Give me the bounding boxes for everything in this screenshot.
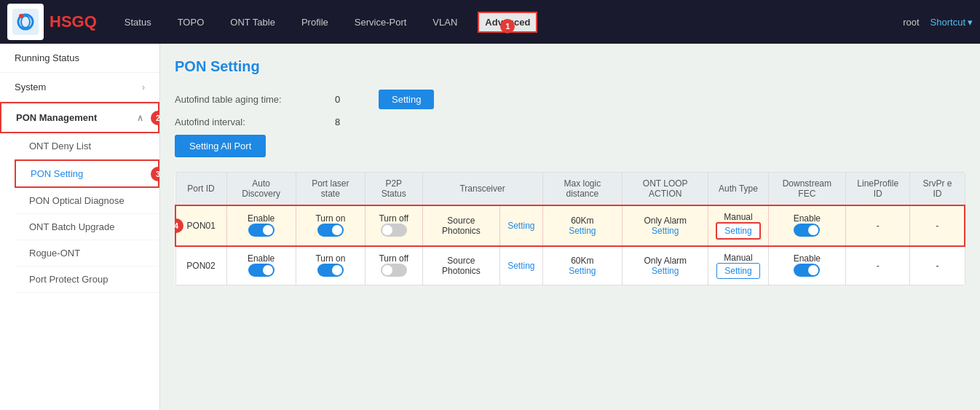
sidebar-item-pon-setting[interactable]: PON Setting 3	[15, 159, 159, 188]
auto-disc-toggle[interactable]	[248, 224, 274, 237]
page-title: PON Setting	[175, 58, 965, 75]
svg-point-2	[19, 14, 23, 18]
max-logic-link[interactable]: Setting	[569, 266, 596, 276]
cell-auto-disc: Enable	[226, 246, 296, 285]
logo-area: HSGQ	[7, 4, 97, 40]
nav-shortcut[interactable]: Shortcut ▾	[930, 17, 973, 28]
nav-vlan[interactable]: VLAN	[427, 13, 463, 31]
auth-type-setting-button[interactable]: Setting	[716, 263, 759, 279]
logo-text: HSGQ	[50, 12, 97, 31]
setting-all-port-button[interactable]: Setting All Port	[175, 135, 266, 157]
cell-transceiver-name: Source Photonics	[422, 205, 500, 246]
nav-profile[interactable]: Profile	[296, 13, 334, 31]
auth-type-setting-button[interactable]: Setting	[716, 222, 760, 240]
cell-port-laser: Turn on	[296, 246, 365, 285]
nav-ont-table[interactable]: ONT Table	[224, 13, 281, 31]
col-p2p: P2P Status	[365, 173, 422, 206]
nav-user: root	[903, 17, 919, 28]
cell-max-logic: 60Km Setting	[542, 246, 623, 285]
col-auto-disc: Auto Discovery	[226, 173, 296, 206]
cell-p2p: Turn off	[365, 246, 422, 285]
auto-disc-toggle[interactable]	[248, 264, 274, 277]
col-srvpr: SrvPr e ID	[910, 173, 965, 206]
sidebar-item-system[interactable]: System ›	[0, 73, 159, 102]
cell-auth-type: Manual Setting	[708, 205, 768, 246]
downstream-toggle[interactable]	[794, 224, 820, 237]
cell-transceiver-setting: Setting	[500, 246, 542, 285]
autofind-aging-row: Autofind table aging time: 0 Setting	[175, 90, 965, 109]
autofind-interval-value: 8	[335, 117, 364, 127]
port-laser-toggle[interactable]	[317, 264, 344, 277]
table-header-row: Port ID Auto Discovery Port laser state …	[175, 173, 965, 206]
port-laser-toggle[interactable]	[317, 224, 344, 237]
sidebar-item-pon-management[interactable]: PON Management ∧ 2	[0, 102, 159, 133]
col-auth-type: Auth Type	[708, 173, 768, 206]
logo-icon	[7, 4, 44, 40]
cell-ont-loop: Only Alarm Setting	[623, 246, 708, 285]
cell-auto-disc: Enable	[226, 205, 296, 246]
cell-downstream: Enable	[768, 205, 845, 246]
nav-advanced-wrapper: Advanced 1	[478, 17, 537, 28]
annotation-badge-3: 3	[151, 167, 160, 181]
ont-loop-link[interactable]: Setting	[652, 226, 679, 236]
sidebar-item-rogue-ont[interactable]: Rogue-ONT	[15, 240, 159, 267]
max-logic-link[interactable]: Setting	[569, 226, 596, 236]
col-port-id: Port ID	[175, 173, 226, 206]
pon-settings-table: Port ID Auto Discovery Port laser state …	[175, 172, 965, 285]
autofind-interval-label: Autofind interval:	[175, 117, 320, 127]
cell-max-logic: 60Km Setting	[542, 205, 623, 246]
sidebar-sub-pon-management: ONT Deny List PON Setting 3 PON Optical …	[0, 133, 159, 293]
cell-transceiver-name: Source Photonics	[422, 246, 500, 285]
nav-status[interactable]: Status	[119, 13, 157, 31]
chevron-up-icon: ∧	[137, 113, 143, 123]
cell-port-laser: Turn on	[296, 205, 365, 246]
cell-port-id: PON02	[175, 246, 226, 285]
sidebar-item-port-protect-group[interactable]: Port Protect Group	[15, 267, 159, 293]
annotation-badge-4: 4	[175, 218, 183, 233]
col-line-profile: LineProfile ID	[846, 173, 910, 206]
sidebar-item-running-status[interactable]: Running Status	[0, 44, 159, 73]
layout: Running Status System › PON Management ∧…	[0, 44, 980, 410]
chevron-down-icon: ▾	[968, 17, 973, 28]
col-port-laser: Port laser state	[296, 173, 365, 206]
p2p-toggle[interactable]	[381, 264, 407, 277]
cell-line-profile: -	[846, 205, 910, 246]
sidebar-item-ont-deny-list[interactable]: ONT Deny List	[15, 133, 159, 159]
pon-table: Port ID Auto Discovery Port laser state …	[175, 172, 965, 285]
cell-p2p: Turn off	[365, 205, 422, 246]
cell-line-profile: -	[846, 246, 910, 285]
autofind-aging-label: Autofind table aging time:	[175, 94, 320, 105]
cell-auth-type: Manual Setting	[708, 246, 768, 285]
table-row: 4 PON01 Enable Turn on Turn off	[175, 205, 965, 246]
cell-ont-loop: Only Alarm Setting	[623, 205, 708, 246]
main-content: PON Setting Autofind table aging time: 0…	[160, 44, 980, 410]
svg-rect-0	[12, 9, 39, 35]
setting-button[interactable]: Setting	[379, 90, 434, 109]
col-downstream: Downstream FEC	[768, 173, 845, 206]
sidebar-item-pon-optical-diagnose[interactable]: PON Optical Diagnose	[15, 188, 159, 214]
autofind-interval-row: Autofind interval: 8	[175, 117, 965, 127]
cell-port-id: 4 PON01	[175, 205, 226, 246]
cell-srvpr: -	[910, 205, 965, 246]
nav-topo[interactable]: TOPO	[172, 13, 210, 31]
col-ont-loop: ONT LOOP ACTION	[623, 173, 708, 206]
header: HSGQ Status TOPO ONT Table Profile Servi…	[0, 0, 980, 44]
sidebar-item-ont-batch-upgrade[interactable]: ONT Batch Upgrade	[15, 214, 159, 240]
nav-service-port[interactable]: Service-Port	[349, 13, 413, 31]
annotation-badge-2: 2	[151, 111, 160, 125]
nav-right: root Shortcut ▾	[903, 17, 973, 28]
sidebar: Running Status System › PON Management ∧…	[0, 44, 160, 410]
downstream-toggle[interactable]	[794, 264, 820, 277]
nav-bar: Status TOPO ONT Table Profile Service-Po…	[119, 13, 903, 31]
p2p-toggle[interactable]	[381, 224, 407, 237]
chevron-right-icon: ›	[142, 82, 145, 92]
cell-transceiver-setting: Setting	[500, 205, 542, 246]
table-row: PON02 Enable Turn on Turn off	[175, 246, 965, 285]
transceiver-setting-link[interactable]: Setting	[507, 261, 534, 271]
ont-loop-link[interactable]: Setting	[652, 266, 679, 276]
transceiver-setting-link[interactable]: Setting	[507, 221, 534, 231]
col-max-logic: Max logic distance	[542, 173, 623, 206]
col-transceiver: Transceiver	[422, 173, 542, 206]
cell-srvpr: -	[910, 246, 965, 285]
autofind-aging-value: 0	[335, 94, 364, 105]
